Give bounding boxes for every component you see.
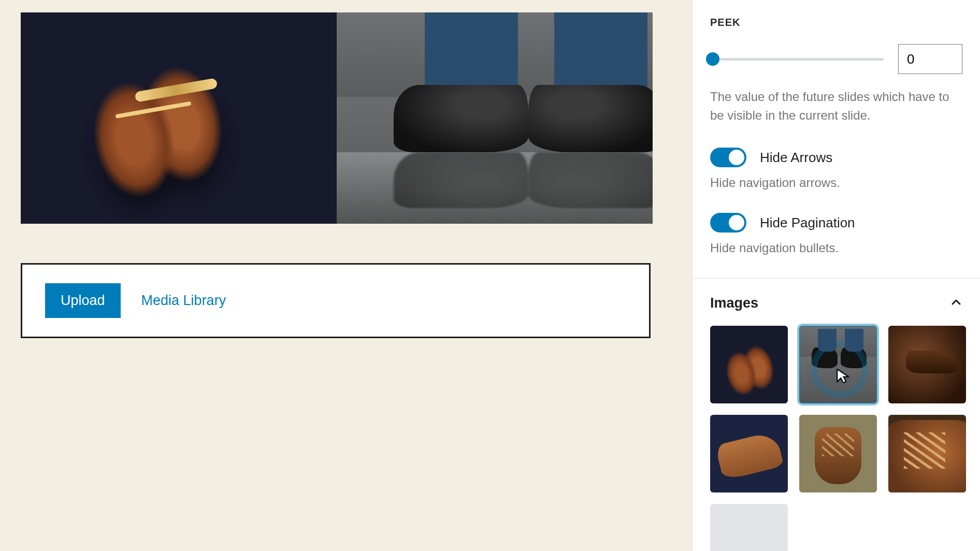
peek-input[interactable] xyxy=(898,44,962,74)
hide-pagination-help: Hide navigation bullets. xyxy=(710,241,962,255)
cursor-icon xyxy=(835,368,850,385)
image-thumb[interactable] xyxy=(799,326,877,403)
add-image-button[interactable] xyxy=(710,504,788,551)
images-section-title: Images xyxy=(710,295,758,311)
editor-canvas: Upload Media Library xyxy=(0,0,692,551)
images-thumb-grid xyxy=(710,326,962,551)
slider-preview[interactable] xyxy=(21,12,671,224)
peek-slider-thumb[interactable] xyxy=(706,52,719,66)
peek-help: The value of the future slides which hav… xyxy=(710,88,962,125)
slide-1[interactable] xyxy=(21,12,337,224)
hide-pagination-toggle[interactable] xyxy=(710,213,746,233)
chevron-up-icon xyxy=(950,296,962,311)
image-thumb[interactable] xyxy=(710,415,788,492)
image-thumb[interactable] xyxy=(888,415,966,492)
peek-label: PEEK xyxy=(710,17,962,28)
slide-2[interactable] xyxy=(337,12,653,224)
selection-ring-icon xyxy=(815,344,864,394)
image-thumb[interactable] xyxy=(888,326,966,403)
image-thumb[interactable] xyxy=(710,326,788,403)
upload-button[interactable]: Upload xyxy=(45,283,121,318)
block-settings-panel: PEEK The value of the future slides whic… xyxy=(692,0,980,551)
peek-slider[interactable] xyxy=(710,58,884,61)
images-section-toggle[interactable]: Images xyxy=(710,279,962,326)
media-library-link[interactable]: Media Library xyxy=(141,293,226,309)
hide-arrows-label: Hide Arrows xyxy=(760,150,832,166)
image-thumb[interactable] xyxy=(799,415,877,492)
hide-pagination-label: Hide Pagination xyxy=(760,215,855,231)
hide-arrows-help: Hide navigation arrows. xyxy=(710,176,962,190)
hide-arrows-toggle[interactable] xyxy=(710,148,746,167)
media-placeholder: Upload Media Library xyxy=(21,263,651,338)
